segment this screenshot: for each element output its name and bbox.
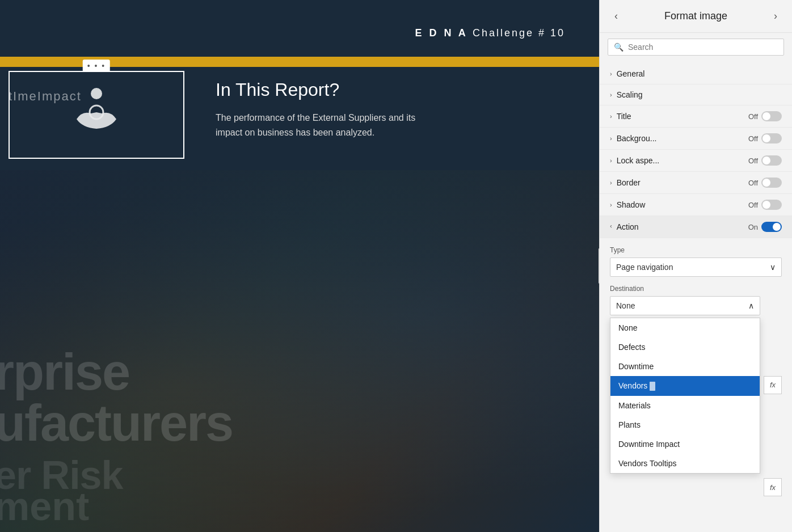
filters-tab[interactable]: Filters <box>599 248 599 284</box>
selected-box[interactable]: • • • <box>9 71 184 159</box>
right-panel: ‹ Format image › 🔍 › General › Scaling › <box>599 0 792 532</box>
dropdown-item-downtime[interactable]: Downtime <box>610 357 760 376</box>
section-shadow-label: Shadow <box>617 200 646 209</box>
chevron-action-icon: › <box>610 223 612 230</box>
background-toggle-knob <box>762 134 770 142</box>
filters-label[interactable]: Filters <box>599 248 599 284</box>
search-input[interactable] <box>628 43 778 52</box>
border-toggle-label: Off <box>748 179 758 187</box>
edna-header: E D N A Challenge # 10 <box>415 27 565 39</box>
report-title: In This Report? <box>216 79 576 100</box>
dropdown-item-materials[interactable]: Materials <box>610 396 760 415</box>
chevron-shadow-icon: › <box>610 201 612 208</box>
destination-select-value: None <box>616 301 635 310</box>
challenge-label: Challenge # 10 <box>473 27 565 39</box>
chevron-scaling-icon: › <box>610 91 612 98</box>
chevron-general-icon: › <box>610 70 612 77</box>
destination-select-wrapper: None ∧ None Defects Downtime Vendors Mat… <box>610 296 760 474</box>
section-lock-aspect[interactable]: › Lock aspe... Off <box>600 150 792 172</box>
edna-label: E D N A <box>415 27 468 39</box>
canvas-area: E D N A Challenge # 10 • • • tImeImp <box>0 0 599 532</box>
search-icon: 🔍 <box>614 43 624 52</box>
background-toggle-label: Off <box>748 134 758 143</box>
panel-title: Format image <box>664 10 727 22</box>
chevron-title-icon: › <box>610 113 612 120</box>
bg-text-ufacturers: ufacturers <box>0 394 233 453</box>
dropdown-cursor <box>650 382 655 391</box>
slide-container: E D N A Challenge # 10 • • • tImeImp <box>0 0 599 532</box>
lock-toggle-label: Off <box>748 157 758 165</box>
svg-point-0 <box>91 88 102 99</box>
title-toggle-knob <box>762 112 770 120</box>
border-toggle-knob <box>762 179 770 187</box>
action-expanded-content: Type Page navigation ∨ Destination None … <box>600 246 792 502</box>
section-border-label: Border <box>617 178 641 187</box>
section-scaling[interactable]: › Scaling <box>600 85 792 105</box>
section-general[interactable]: › General <box>600 64 792 85</box>
section-scaling-label: Scaling <box>617 90 643 99</box>
bg-text-rprise: rprise <box>0 343 129 402</box>
handle-dots[interactable]: • • • <box>83 60 110 72</box>
type-select-value: Page navigation <box>616 263 673 272</box>
chevron-background-icon: › <box>610 135 612 142</box>
nav-back-button[interactable]: ‹ <box>610 8 622 24</box>
lock-toggle[interactable] <box>761 155 782 166</box>
type-select[interactable]: Page navigation ∨ <box>610 257 782 277</box>
lock-toggle-knob <box>762 157 770 164</box>
nav-forward-button[interactable]: › <box>769 8 782 24</box>
search-box[interactable]: 🔍 <box>608 39 784 56</box>
section-action-label: Action <box>617 222 639 231</box>
panel-sections: › General › Scaling › Title Off <box>600 61 792 532</box>
type-select-chevron: ∨ <box>770 263 776 272</box>
section-title[interactable]: › Title Off <box>600 105 792 128</box>
chevron-border-icon: › <box>610 179 612 186</box>
background-toggle[interactable] <box>761 133 782 143</box>
title-toggle[interactable] <box>761 111 782 121</box>
report-desc: The performance of the External Supplier… <box>216 111 431 140</box>
dropdown-item-vendors-tooltips[interactable]: Vendors Tooltips <box>610 454 760 473</box>
destination-field-label: Destination <box>610 285 782 293</box>
dropdown-item-none[interactable]: None <box>610 318 760 337</box>
destination-dropdown: None Defects Downtime Vendors Materials … <box>610 318 760 474</box>
section-action[interactable]: › Action On <box>600 216 792 238</box>
type-field-label: Type <box>610 246 782 254</box>
destination-row: None ∧ None Defects Downtime Vendors Mat… <box>610 296 782 474</box>
destination-select[interactable]: None ∧ <box>610 296 760 315</box>
action-toggle[interactable] <box>761 222 782 232</box>
chevron-lock-icon: › <box>610 157 612 164</box>
dropdown-item-vendors[interactable]: Vendors <box>610 376 760 396</box>
section-shadow[interactable]: › Shadow Off <box>600 194 792 216</box>
dots-icon: • • • <box>87 61 106 70</box>
destination-fx-button[interactable]: fx <box>764 376 782 394</box>
section-general-label: General <box>617 69 645 78</box>
title-toggle-label: Off <box>748 112 758 121</box>
shadow-toggle[interactable] <box>761 200 782 210</box>
section-title-label: Title <box>617 112 631 121</box>
action-toggle-knob <box>773 223 781 231</box>
dropdown-item-defects[interactable]: Defects <box>610 337 760 357</box>
bg-text-ment: ment <box>0 484 89 529</box>
section-background[interactable]: › Backgrou... Off <box>600 128 792 150</box>
border-toggle[interactable] <box>761 178 782 188</box>
selected-icon <box>68 88 125 142</box>
panel-header: ‹ Format image › <box>600 0 792 33</box>
action-toggle-label: On <box>748 223 758 231</box>
section-background-label: Backgrou... <box>617 134 657 143</box>
dropdown-item-downtime-impact[interactable]: Downtime Impact <box>610 434 760 454</box>
shadow-toggle-label: Off <box>748 201 758 209</box>
section-lock-label: Lock aspe... <box>617 156 660 165</box>
report-section: In This Report? The performance of the E… <box>216 79 576 140</box>
shadow-toggle-knob <box>762 201 770 209</box>
destination-chevron-icon: ∧ <box>748 301 754 310</box>
section-border[interactable]: › Border Off <box>600 172 792 194</box>
dropdown-item-plants[interactable]: Plants <box>610 415 760 434</box>
secondary-fx-button[interactable]: fx <box>764 478 782 496</box>
fx-row-2: fx <box>610 478 782 496</box>
